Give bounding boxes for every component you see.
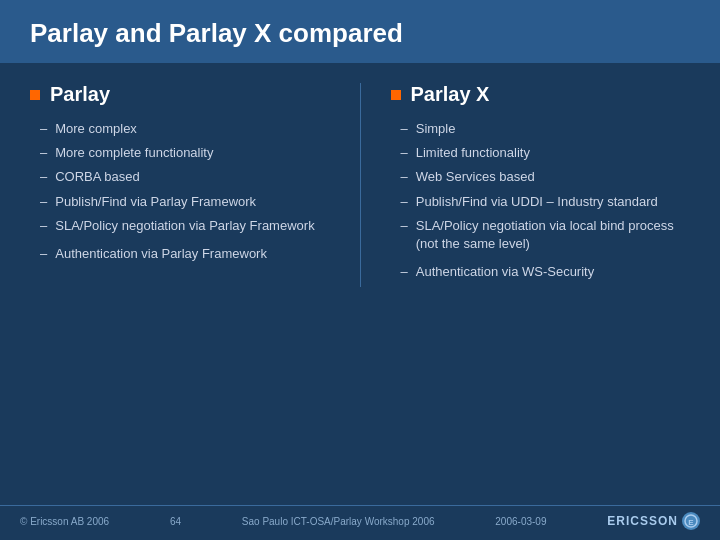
list-item: – More complete functionality	[40, 144, 330, 162]
right-bullet-icon	[391, 90, 401, 100]
list-item: – Web Services based	[401, 168, 691, 186]
footer-date: 2006-03-09	[495, 516, 546, 527]
column-divider	[360, 83, 361, 287]
slide: Parlay and Parlay X compared Parlay – Mo…	[0, 0, 720, 540]
svg-text:E: E	[688, 518, 694, 527]
dash-icon: –	[401, 217, 408, 235]
list-item: – Authentication via Parlay Framework	[40, 245, 330, 263]
ericsson-logo-icon: E	[682, 512, 700, 530]
list-item: – SLA/Policy negotiation via Parlay Fram…	[40, 217, 330, 235]
list-item: – More complex	[40, 120, 330, 138]
dash-icon: –	[401, 168, 408, 186]
left-section-header: Parlay	[30, 83, 330, 106]
item-text: More complex	[55, 120, 329, 138]
right-section-header: Parlay X	[391, 83, 691, 106]
item-text: Limited functionality	[416, 144, 690, 162]
list-item: – Authentication via WS-Security	[401, 263, 691, 281]
dash-icon: –	[40, 144, 47, 162]
right-column: Parlay X – Simple – Limited functionalit…	[391, 83, 691, 287]
item-text: CORBA based	[55, 168, 329, 186]
footer-copyright: © Ericsson AB 2006	[20, 516, 109, 527]
left-items-list: – More complex – More complete functiona…	[30, 120, 330, 263]
left-column: Parlay – More complex – More complete fu…	[30, 83, 330, 287]
list-item: – Limited functionality	[401, 144, 691, 162]
item-text: Publish/Find via UDDI – Industry standar…	[416, 193, 690, 211]
dash-icon: –	[401, 144, 408, 162]
list-item: – Publish/Find via Parlay Framework	[40, 193, 330, 211]
item-text: More complete functionality	[55, 144, 329, 162]
item-text: SLA/Policy negotiation via Parlay Framew…	[55, 217, 329, 235]
dash-icon: –	[40, 120, 47, 138]
dash-icon: –	[40, 245, 47, 263]
dash-icon: –	[40, 168, 47, 186]
dash-icon: –	[401, 193, 408, 211]
left-section-title: Parlay	[50, 83, 110, 106]
dash-icon: –	[401, 263, 408, 281]
dash-icon: –	[40, 217, 47, 235]
footer-event: Sao Paulo ICT-OSA/Parlay Workshop 2006	[242, 516, 435, 527]
footer: © Ericsson AB 2006 64 Sao Paulo ICT-OSA/…	[0, 505, 720, 530]
ericsson-brand-label: ERICSSON	[607, 514, 678, 528]
list-item: – Publish/Find via UDDI – Industry stand…	[401, 193, 691, 211]
item-text: Publish/Find via Parlay Framework	[55, 193, 329, 211]
left-bullet-icon	[30, 90, 40, 100]
item-text: SLA/Policy negotiation via local bind pr…	[416, 217, 690, 253]
footer-page-number: 64	[170, 516, 181, 527]
right-section-title: Parlay X	[411, 83, 490, 106]
list-item: – CORBA based	[40, 168, 330, 186]
title-bar: Parlay and Parlay X compared	[0, 0, 720, 63]
content-area: Parlay – More complex – More complete fu…	[0, 83, 720, 287]
item-text: Web Services based	[416, 168, 690, 186]
right-items-list: – Simple – Limited functionality – Web S…	[391, 120, 691, 281]
dash-icon: –	[40, 193, 47, 211]
footer-logo: ERICSSON E	[607, 512, 700, 530]
slide-title: Parlay and Parlay X compared	[30, 18, 690, 49]
dash-icon: –	[401, 120, 408, 138]
item-text: Authentication via Parlay Framework	[55, 245, 329, 263]
item-text: Authentication via WS-Security	[416, 263, 690, 281]
item-text: Simple	[416, 120, 690, 138]
list-item: – SLA/Policy negotiation via local bind …	[401, 217, 691, 253]
list-item: – Simple	[401, 120, 691, 138]
